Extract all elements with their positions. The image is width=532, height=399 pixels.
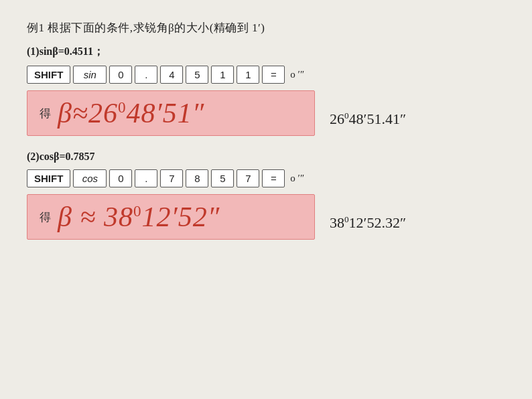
key-5-1[interactable]: 5	[186, 66, 208, 84]
key-eq-1[interactable]: =	[262, 66, 285, 84]
key-8[interactable]: 8	[186, 169, 208, 187]
section2: (2)cosβ=0.7857 SHIFT cos 0 . 7 8 5 7 = o…	[27, 151, 505, 250]
title: 例1 根据下面的条件,求锐角β的大小(精确到 1′)	[27, 20, 505, 35]
key-4[interactable]: 4	[160, 66, 183, 84]
key-5-2[interactable]: 5	[211, 169, 234, 187]
section1-result-math: β≈26048′51″	[58, 97, 302, 129]
key-7[interactable]: 7	[160, 169, 183, 187]
key-dot-2[interactable]: .	[135, 169, 157, 187]
key-cos[interactable]: cos	[73, 169, 107, 187]
main-page: 例1 根据下面的条件,求锐角β的大小(精确到 1′) (1)sinβ=0.451…	[0, 0, 532, 399]
key-1a[interactable]: 1	[211, 66, 234, 84]
section2-result-row: 得 β ≈ 38012′52″ 38012′52.32″	[27, 194, 505, 250]
section2-keys-row: SHIFT cos 0 . 7 8 5 7 = o ′″	[27, 169, 505, 187]
key-shift-1[interactable]: SHIFT	[27, 66, 70, 84]
section1-result-label: 得	[40, 106, 51, 121]
section2-result-box: 得 β ≈ 38012′52″	[27, 194, 315, 240]
key-shift-2[interactable]: SHIFT	[27, 169, 70, 187]
key-suffix-1: o ′″	[290, 69, 304, 80]
section1: (1)sinβ=0.4511； SHIFT sin 0 . 4 5 1 1 = …	[27, 45, 505, 147]
key-dot-1[interactable]: .	[135, 66, 157, 84]
section1-label: (1)sinβ=0.4511；	[27, 45, 505, 59]
key-0-1[interactable]: 0	[109, 66, 132, 84]
key-7b[interactable]: 7	[237, 169, 259, 187]
key-1b[interactable]: 1	[237, 66, 259, 84]
section2-result-math: β ≈ 38012′52″	[58, 201, 302, 233]
section1-result-box: 得 β≈26048′51″	[27, 90, 315, 136]
section2-result-exact: 38012′52.32″	[330, 214, 406, 232]
key-sin[interactable]: sin	[73, 66, 107, 84]
key-suffix-2: o ′″	[290, 173, 304, 184]
section2-result-label: 得	[40, 210, 51, 225]
section2-label: (2)cosβ=0.7857	[27, 151, 505, 163]
key-0-2[interactable]: 0	[109, 169, 132, 187]
key-eq-2[interactable]: =	[262, 169, 285, 187]
section1-keys-row: SHIFT sin 0 . 4 5 1 1 = o ′″	[27, 66, 505, 84]
section1-result-row: 得 β≈26048′51″ 26048′51.41″	[27, 90, 505, 147]
section1-result-exact: 26048′51.41″	[330, 110, 406, 128]
